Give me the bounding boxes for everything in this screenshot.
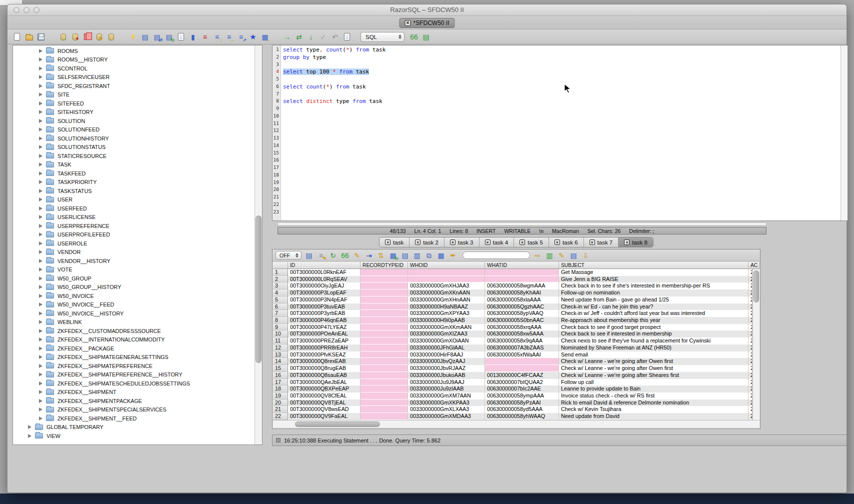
zoom-window-icon[interactable]: [34, 7, 40, 13]
cell-whoid[interactable]: 0033000000GmXKnAAN: [408, 290, 485, 296]
table-row[interactable]: 500T3000000P3N4pEAF0033000000GmXHnAAN006…: [273, 296, 752, 304]
disclosure-triangle-icon[interactable]: [39, 145, 42, 149]
cell-whatid[interactable]: 006300000058xw5AAA: [485, 330, 559, 338]
close-tab-icon[interactable]: ×: [404, 20, 410, 26]
cell-id[interactable]: 00T3000000QV9FaEAL: [288, 413, 360, 420]
sidebar-item-taskstatus[interactable]: TASKSTATUS: [13, 186, 254, 196]
cell-subject[interactable]: Check w/ Leanne - we're going after Owen…: [559, 358, 748, 365]
result-tab-task-5[interactable]: ×task 5: [514, 238, 549, 247]
cell-ac[interactable]: 200: [748, 413, 752, 420]
sidebar-item-zkfedex__shipmatescheduledjobssettings[interactable]: ZKFEDEX__SHIPMATESCHEDULEDJOBSSETTINGS: [13, 379, 254, 388]
sidebar-item-zkfedex__shipmentspecialservices[interactable]: ZKFEDEX__SHIPMENTSPECIALSERVICES: [13, 406, 254, 414]
code-line[interactable]: [283, 186, 840, 194]
cell-recordtypeid[interactable]: [360, 372, 408, 379]
table-row[interactable]: 2100T3000000QV8wsEAD0033000000GmXLXAA300…: [273, 406, 752, 413]
cell-rownum[interactable]: 12: [273, 344, 288, 352]
table-row[interactable]: 2200T3000000QV9FaEAL0033000000GmXMDAA300…: [273, 413, 752, 420]
new-file-icon[interactable]: [12, 32, 22, 42]
rollback-icon[interactable]: ↶: [330, 32, 340, 42]
close-tab-icon[interactable]: ×: [520, 240, 525, 245]
code-line[interactable]: [283, 164, 840, 172]
related-rows-icon[interactable]: ⇥: [364, 251, 374, 260]
cell-whatid[interactable]: 006300000058ypVAAQ: [485, 310, 559, 317]
cell-whoid[interactable]: 0033000000GmXHnAAN: [408, 296, 485, 304]
code-line[interactable]: [283, 113, 840, 120]
disclosure-triangle-icon[interactable]: [39, 382, 42, 386]
open-file-icon[interactable]: [24, 32, 34, 42]
disclosure-triangle-icon[interactable]: [39, 224, 42, 228]
result-tab-task-3[interactable]: ×task 3: [444, 238, 480, 247]
new-db-icon[interactable]: ✳: [94, 32, 104, 42]
cell-recordtypeid[interactable]: [360, 413, 408, 420]
cell-ac[interactable]: 200: [748, 352, 752, 358]
column-header-RECORDTYPEID[interactable]: RECORDTYPEID: [360, 262, 408, 268]
swap-icon[interactable]: ⇄: [294, 32, 304, 42]
document-icon[interactable]: [176, 32, 186, 42]
cell-subject[interactable]: Need update from David: [559, 413, 748, 420]
cell-subject[interactable]: Check w/ Leanne - we're going after Owen…: [559, 365, 748, 372]
form-editor-icon[interactable]: ▤: [140, 32, 150, 42]
quote-select-icon[interactable]: 66: [340, 251, 350, 260]
table-row[interactable]: 800T3000000P46qnEAB0033000000H9i0pAAB006…: [273, 317, 752, 324]
format-sql-icon[interactable]: ≡↗: [236, 32, 246, 42]
cell-id[interactable]: 00T3000000P3yrbEAB: [288, 310, 360, 317]
code-line[interactable]: [283, 135, 840, 142]
document-tab[interactable]: × *SFDCW50 II: [399, 18, 454, 28]
cell-recordtypeid[interactable]: [360, 296, 408, 304]
table-row[interactable]: 1100T3000000PREZaEAP0033000000GmXOiAAN00…: [273, 338, 752, 344]
commit-icon[interactable]: ✓: [318, 32, 328, 42]
result-tab-task-4[interactable]: ×task 4: [480, 238, 514, 247]
cell-rownum[interactable]: 4: [273, 290, 288, 296]
table-row[interactable]: 2000T3000000QV8TjEAL0033000000GmXKPAA300…: [273, 400, 752, 406]
table-row[interactable]: 1200T3000000PRR8rEAH0033000000JFhGlAAL00…: [273, 344, 752, 352]
cell-recordtypeid[interactable]: [360, 338, 408, 344]
save-file-icon[interactable]: [36, 32, 46, 42]
cell-rownum[interactable]: 8: [273, 317, 288, 324]
cell-recordtypeid[interactable]: [360, 406, 408, 413]
disclosure-triangle-icon[interactable]: [39, 399, 42, 403]
column-header-AC[interactable]: AC: [748, 262, 760, 268]
sidebar-item-weblink[interactable]: WEBLINK: [13, 318, 254, 327]
disclosure-triangle-icon[interactable]: [39, 128, 42, 132]
cell-recordtypeid[interactable]: [360, 365, 408, 372]
table-row[interactable]: 1000T3000000POeAnEAL0033000000GmXIZAA300…: [273, 330, 752, 338]
close-tab-icon[interactable]: ×: [554, 240, 560, 245]
cell-id[interactable]: 00T3000000P47LYEAZ: [288, 324, 360, 331]
table-export-icon[interactable]: ▦→: [260, 32, 270, 42]
search-go-icon[interactable]: ⇨: [533, 251, 542, 260]
cell-id[interactable]: 00T3000000Q8rexEAB: [288, 358, 360, 365]
export-page-icon[interactable]: ▥: [545, 251, 554, 260]
cell-id[interactable]: 00T3000000Q8sauEAB: [288, 372, 360, 379]
go-forward-icon[interactable]: →: [282, 32, 292, 42]
cell-rownum[interactable]: 10: [273, 330, 288, 338]
code-line[interactable]: [283, 128, 840, 135]
result-tab-task-6[interactable]: ×task 6: [549, 238, 584, 247]
table-row[interactable]: 1700T3000000QAeJbEAL0033000000Ju9J9AAJ00…: [273, 379, 752, 386]
tree-scrollbar-thumb[interactable]: [256, 216, 262, 363]
sidebar-item-vendor__history[interactable]: VENDOR__HISTORY: [13, 256, 254, 266]
disconnect-db-icon[interactable]: ●: [70, 32, 80, 42]
cell-id[interactable]: 00T3000000Q8rugEAB: [288, 365, 360, 372]
disclosure-triangle-icon[interactable]: [39, 136, 42, 140]
download-icon[interactable]: ⇩: [581, 251, 590, 260]
cell-recordtypeid[interactable]: [360, 290, 408, 296]
cell-rownum[interactable]: 1: [273, 269, 288, 276]
cell-recordtypeid[interactable]: [360, 304, 408, 310]
disclosure-triangle-icon[interactable]: [39, 250, 42, 254]
disclosure-triangle-icon[interactable]: [39, 355, 42, 359]
disclosure-triangle-icon[interactable]: [39, 162, 42, 166]
cell-whatid[interactable]: 006300000058ympAAA: [485, 392, 559, 400]
table-row[interactable]: 1600T3000000Q8sauEAB0033000000JbukoAAB00…: [273, 372, 752, 379]
table-row[interactable]: 400T3000000P3LopEAF0033000000GmXKnAAN006…: [273, 290, 752, 296]
cell-whoid[interactable]: 0033000000GmXKmAAN: [408, 324, 485, 331]
sidebar-item-userrole[interactable]: USERROLE: [13, 239, 254, 248]
close-tab-icon[interactable]: ×: [590, 240, 595, 245]
sidebar-item-zkfedex__package[interactable]: ZKFEDEX__PACKAGE: [13, 344, 254, 353]
cell-whoid[interactable]: 0033000000GmXHJAA3: [408, 282, 485, 290]
cell-id[interactable]: 00T3000000QV8CfEAL: [288, 392, 360, 400]
cell-rownum[interactable]: 11: [273, 338, 288, 344]
cell-subject[interactable]: Check nexis to see if they've found a re…: [559, 338, 748, 344]
disclosure-triangle-icon[interactable]: [39, 285, 42, 289]
cell-rownum[interactable]: 3: [273, 282, 288, 290]
cell-id[interactable]: 00T3000000QBXPeEAP: [288, 386, 360, 392]
